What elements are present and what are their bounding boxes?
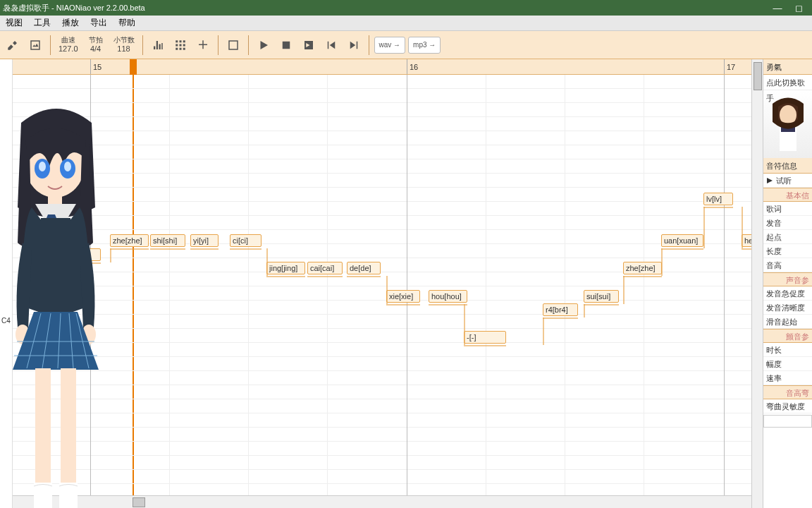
skip-forward-icon[interactable] bbox=[344, 35, 364, 55]
note[interactable]: jing[jing] bbox=[266, 262, 305, 274]
note[interactable]: yi[yi] bbox=[190, 234, 219, 247]
property-row[interactable]: 时长 bbox=[763, 343, 812, 357]
tempo-value: 127.0 bbox=[59, 44, 78, 54]
volume-icon[interactable] bbox=[148, 35, 168, 55]
pitch-curve bbox=[230, 248, 262, 250]
pitch-row bbox=[13, 413, 751, 428]
property-row[interactable]: 长度 bbox=[763, 244, 812, 258]
note[interactable]: ] bbox=[80, 248, 101, 261]
singer-avatar[interactable] bbox=[763, 90, 812, 158]
playhead-handle[interactable] bbox=[130, 59, 137, 75]
bars-display[interactable]: 小节数 118 bbox=[111, 36, 137, 54]
h-scrollbar-thumb[interactable] bbox=[133, 497, 145, 507]
menu-tools[interactable]: 工具 bbox=[28, 16, 56, 30]
beat-line bbox=[565, 75, 565, 495]
menu-export[interactable]: 导出 bbox=[85, 16, 113, 30]
horizontal-scrollbar[interactable] bbox=[13, 495, 751, 508]
bars-label: 小节数 bbox=[113, 36, 135, 44]
note[interactable]: cai[cai] bbox=[307, 262, 343, 274]
menu-view[interactable]: 视图 bbox=[0, 16, 28, 30]
loop-icon[interactable] bbox=[299, 35, 319, 55]
piano-roll[interactable]: 15 16 17 ]zhe[zhe]shi[shi]yi[yi]ci[ci]ji… bbox=[13, 59, 751, 508]
stop-icon[interactable] bbox=[276, 35, 296, 55]
note[interactable]: de[de] bbox=[347, 262, 381, 274]
property-row[interactable]: 发音急促度 bbox=[763, 286, 812, 301]
image-tool-icon[interactable] bbox=[25, 35, 45, 55]
beat-value: 4/4 bbox=[90, 44, 101, 54]
pitch-curve bbox=[464, 304, 465, 345]
note[interactable]: uan[xuan] bbox=[661, 234, 703, 247]
bar-line bbox=[90, 75, 91, 495]
menu-bar: 视图 工具 播放 导出 帮助 bbox=[0, 16, 812, 31]
piano-keyboard-rail[interactable]: C4 bbox=[0, 59, 13, 508]
export-mp3-button[interactable]: mp3 → bbox=[408, 37, 441, 54]
ruler-tick: 15 bbox=[90, 59, 102, 74]
note-info-title: 音符信息 bbox=[763, 158, 812, 174]
note[interactable]: lv[lv] bbox=[703, 193, 733, 205]
pitch-curve bbox=[307, 276, 343, 277]
pitch-curve bbox=[661, 248, 703, 250]
pitch-curve bbox=[80, 262, 101, 264]
note[interactable]: zhe[zhe] bbox=[110, 234, 149, 247]
pitch-curve bbox=[386, 304, 420, 306]
beat-display[interactable]: 节拍 4/4 bbox=[84, 36, 108, 54]
note[interactable]: zhe[zhe] bbox=[623, 262, 662, 274]
brush-tool-icon[interactable] bbox=[3, 35, 23, 55]
beat-line bbox=[248, 75, 249, 495]
pitch-row bbox=[13, 357, 751, 371]
tempo-display[interactable]: 曲速 127.0 bbox=[56, 36, 81, 54]
note[interactable]: -[-] bbox=[464, 331, 506, 344]
tempo-label: 曲速 bbox=[61, 36, 75, 44]
pitch-curve bbox=[661, 248, 663, 276]
switch-singer-link[interactable]: 点此切换歌手 bbox=[763, 75, 812, 90]
window-title: 袅袅虚拟歌手 - NIAONiao ver 2.2.00.beta bbox=[3, 3, 145, 13]
timeline-ruler[interactable]: 15 16 17 bbox=[13, 59, 751, 75]
pitch-curve bbox=[703, 207, 733, 208]
play-icon[interactable] bbox=[254, 35, 273, 55]
pitch-curve bbox=[266, 276, 305, 277]
menu-help[interactable]: 帮助 bbox=[113, 16, 141, 30]
v-scrollbar-thumb[interactable] bbox=[753, 62, 762, 90]
minimize-button[interactable]: — bbox=[767, 1, 788, 14]
pitch-curve bbox=[110, 248, 149, 250]
export-wav-button[interactable]: wav → bbox=[374, 37, 406, 54]
preview-button[interactable]: 试听 bbox=[763, 174, 812, 188]
note[interactable]: shi[shi] bbox=[150, 234, 185, 247]
property-row[interactable]: 音高 bbox=[763, 258, 812, 272]
menu-play[interactable]: 播放 bbox=[56, 16, 85, 30]
property-row[interactable]: 发音清晰度 bbox=[763, 301, 812, 315]
note[interactable]: heng bbox=[742, 234, 751, 247]
note[interactable]: xie[xie] bbox=[386, 290, 420, 303]
window-titlebar: 袅袅虚拟歌手 - NIAONiao ver 2.2.00.beta — ◻ bbox=[0, 0, 812, 16]
note-grid[interactable]: ]zhe[zhe]shi[shi]yi[yi]ci[ci]jing[jing]c… bbox=[13, 75, 751, 495]
vertical-scrollbar[interactable] bbox=[751, 59, 763, 508]
note[interactable]: ci[ci] bbox=[230, 234, 262, 247]
pitch-row bbox=[13, 216, 751, 230]
skip-back-icon[interactable] bbox=[321, 35, 341, 55]
pitch-row bbox=[13, 343, 751, 357]
property-row[interactable]: 歌词 bbox=[763, 202, 812, 216]
selection-box-icon[interactable] bbox=[223, 35, 243, 55]
note[interactable]: r4[br4] bbox=[543, 303, 578, 316]
beat-line bbox=[644, 75, 644, 495]
property-row[interactable]: 速率 bbox=[763, 371, 812, 385]
beat-label: 节拍 bbox=[89, 36, 103, 44]
property-input[interactable] bbox=[763, 415, 812, 428]
property-row[interactable]: 弯曲灵敏度 bbox=[763, 399, 812, 413]
pitch-curve bbox=[429, 304, 467, 306]
pitch-row bbox=[13, 188, 751, 202]
pitch-curve bbox=[623, 276, 625, 304]
snap-grid-icon[interactable] bbox=[171, 35, 190, 55]
note[interactable]: hou[hou] bbox=[429, 290, 467, 303]
pitch-row bbox=[13, 456, 751, 470]
property-row[interactable]: 起点 bbox=[763, 230, 812, 244]
maximize-button[interactable]: ◻ bbox=[788, 1, 809, 14]
property-row[interactable]: 滑音起始 bbox=[763, 315, 812, 329]
property-row[interactable]: 发音 bbox=[763, 216, 812, 230]
pitch-curve bbox=[190, 248, 219, 250]
note[interactable]: sui[sui] bbox=[584, 290, 619, 303]
crosshair-icon[interactable] bbox=[193, 35, 213, 55]
pitch-row bbox=[13, 385, 751, 399]
property-row[interactable]: 幅度 bbox=[763, 357, 812, 371]
ruler-tick: 17 bbox=[724, 59, 735, 74]
